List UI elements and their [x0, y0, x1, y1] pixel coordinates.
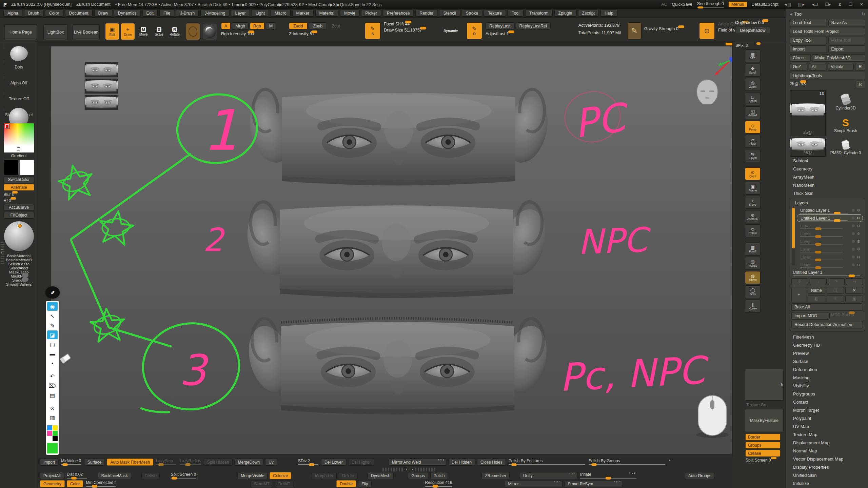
layer-intensity-track[interactable]: [800, 267, 843, 268]
menu-item[interactable]: Layer: [231, 9, 250, 17]
palette-color[interactable]: [53, 436, 58, 441]
bottom-bar-control[interactable]: BackfaceMask: [98, 472, 131, 479]
save-as-button[interactable]: Save As: [828, 19, 866, 26]
epic-pen-tool[interactable]: ⊙: [47, 404, 58, 412]
current-tool-thumbnail[interactable]: 10 25강: [790, 90, 826, 136]
layer-row[interactable]: Layer ⊙: [797, 222, 863, 230]
view-shelf-button[interactable]: ✥ Scroll: [745, 64, 761, 77]
palette-color[interactable]: [53, 425, 58, 430]
palette-color[interactable]: [53, 431, 58, 436]
left-panel-tile[interactable]: Texture Off: [4, 91, 34, 101]
palette-color[interactable]: [47, 436, 52, 441]
bottom-bar-control[interactable]: Mirror: [505, 480, 563, 487]
zcut-button[interactable]: Zcut: [328, 22, 343, 29]
gravity-strength-slider[interactable]: Gravity Strength 0: [644, 26, 695, 31]
menu-item[interactable]: Preferences: [383, 9, 414, 17]
quicksave-button[interactable]: QuickSave: [672, 2, 692, 7]
home-page-button[interactable]: Home Page: [4, 24, 37, 40]
tool-section-item[interactable]: Contact: [790, 398, 865, 406]
current-material-preview[interactable]: [4, 221, 34, 251]
layer-bottom-slider[interactable]: Untitled Layer 1: [791, 269, 863, 276]
goz-visible-button[interactable]: Visible: [828, 63, 854, 70]
bottom-bar-control[interactable]: Delete: [141, 472, 160, 479]
material-preview[interactable]: [203, 23, 217, 40]
replay-brush-icon-button[interactable]: ✎D: [467, 22, 482, 39]
layers-scrollbar[interactable]: [792, 208, 795, 265]
bottom-bar-control[interactable]: Double: [336, 480, 356, 487]
layer-record-icon[interactable]: [852, 240, 855, 243]
slider-r-button[interactable]: R: [855, 81, 865, 88]
collapse-panel-icon[interactable]: ◀: [790, 12, 792, 16]
m-button[interactable]: M: [266, 22, 276, 29]
crease-button[interactable]: Crease: [746, 450, 780, 456]
bottom-bar-control[interactable]: Flip: [358, 480, 371, 487]
rgb-button[interactable]: Rgb: [250, 22, 264, 29]
ac-toggle[interactable]: AC: [661, 2, 667, 7]
merge-down-icon[interactable]: ◧: [808, 295, 825, 302]
tool-section-item[interactable]: Unified Skin: [790, 471, 865, 479]
adjust-last-slider[interactable]: AdjustLast 1: [486, 32, 526, 36]
mask-by-feature-button[interactable]: MaskByFeature: [745, 409, 784, 432]
split-layer-icon[interactable]: ≡: [827, 295, 844, 302]
menu-item[interactable]: Help: [600, 9, 617, 17]
bottom-bar-control[interactable]: Geometry: [40, 480, 65, 487]
epic-pen-tool[interactable]: ▥: [47, 413, 58, 422]
bottom-bar-control[interactable]: DelMT: [275, 480, 294, 487]
sculpt-brush-icon-button[interactable]: ✎S: [365, 22, 380, 39]
tool-simplebrush[interactable]: S SimpleBrush: [827, 114, 864, 136]
view-shelf-button[interactable]: ◎ Zoom: [745, 78, 761, 91]
panel-refresh-icon[interactable]: ↻: [862, 12, 865, 17]
alpha-channel-button[interactable]: A: [221, 22, 231, 29]
load-tools-from-project-button[interactable]: Load Tools From Project: [790, 28, 865, 35]
bottom-bar-control[interactable]: Del Lower: [321, 459, 346, 466]
layer-eye-icon[interactable]: ⊙: [856, 247, 861, 251]
menu-item[interactable]: Transform: [525, 9, 553, 17]
dynamic-label[interactable]: Dynamic: [443, 29, 458, 33]
tool-section-item[interactable]: Masking: [790, 373, 865, 382]
layer-eye-icon[interactable]: ⊙: [856, 231, 861, 236]
epic-pen-tool[interactable]: ↶: [47, 372, 58, 381]
left-panel-tile[interactable]: Move: [4, 43, 34, 54]
see-through-slider[interactable]: See-through 0: [697, 1, 724, 8]
epic-pen-tool[interactable]: ▤: [47, 391, 58, 400]
left-panel-tile[interactable]: Alpha Off: [4, 75, 34, 85]
document-canvas[interactable]: 1 2 3 PC NPC Pc, NPC: [51, 46, 732, 454]
tool-section-item[interactable]: Thick Skin: [790, 189, 865, 197]
brush-preset[interactable]: SelectLasso: [4, 262, 34, 266]
tool-section-item[interactable]: Surface: [790, 357, 865, 365]
edit-mode-button[interactable]: ▣Edit: [105, 23, 119, 40]
obj-shadow-slider[interactable]: ObjShadow 0.3: [735, 20, 779, 25]
layer-record-icon[interactable]: [852, 232, 855, 235]
rgb-intensity-slider[interactable]: Rgb Intensity 100: [221, 32, 281, 36]
palette-color[interactable]: [47, 425, 52, 430]
new-layer-button[interactable]: +: [791, 287, 806, 302]
view-shelf-button[interactable]: ▦ BPR: [745, 49, 761, 62]
mdd-speed-slider[interactable]: MDD Speed: [831, 312, 863, 320]
bake-all-button[interactable]: Bake All: [791, 303, 863, 311]
menu-item[interactable]: Marker: [292, 9, 314, 17]
tool-section-item[interactable]: Morph Target: [790, 406, 865, 414]
layer-eye-icon[interactable]: ⊙: [856, 255, 861, 259]
layer-record-icon[interactable]: [852, 209, 855, 212]
replay-last-button[interactable]: ReplayLast: [486, 22, 514, 29]
tool-section-item[interactable]: Geometry: [790, 165, 865, 173]
layers-panel-title[interactable]: Layers: [791, 199, 863, 206]
view-shelf-button[interactable]: ⊕ Zoom3D: [745, 210, 761, 223]
expand-panels-icon[interactable]: ||||▸: [797, 2, 806, 7]
layer-intensity-track[interactable]: [800, 260, 843, 260]
palette-color[interactable]: [47, 431, 52, 436]
z-intensity-slider[interactable]: Z Intensity 51: [289, 32, 357, 36]
main-color-swatch[interactable]: [4, 160, 19, 175]
camera-view-button[interactable]: ⊙: [699, 22, 715, 39]
layer-record-icon[interactable]: [852, 263, 855, 266]
accucurve-button[interactable]: AccuCurve: [4, 204, 34, 211]
history-thumbnail[interactable]: [84, 62, 118, 78]
bottom-bar-control[interactable]: Surface: [84, 459, 105, 466]
left-panel-tile[interactable]: StartupMaterial: [4, 107, 34, 117]
tool-section-item[interactable]: Texture Map: [790, 430, 865, 439]
gradient-label[interactable]: Gradient: [4, 154, 34, 158]
menu-item[interactable]: Dynamics: [114, 9, 141, 17]
history-thumbnail[interactable]: [84, 95, 118, 110]
bottom-bar-control[interactable]: Unify: [520, 472, 577, 479]
menu-item[interactable]: Stroke: [462, 9, 482, 17]
